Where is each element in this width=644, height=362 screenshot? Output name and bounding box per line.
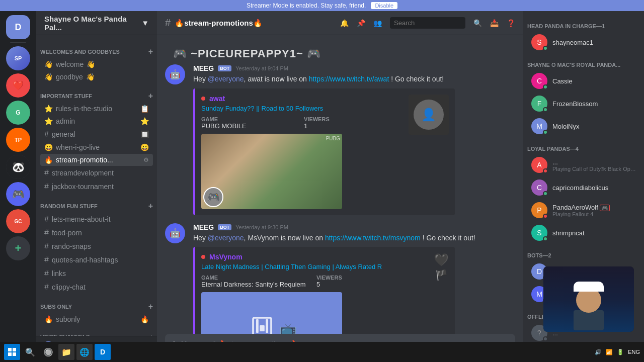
member-moloinyx-status — [543, 130, 548, 135]
disable-streamer-mode-button[interactable]: Disable — [371, 2, 397, 9]
member-cassie[interactable]: C Cassie — [527, 70, 640, 92]
search-input[interactable] — [390, 17, 465, 29]
inbox-icon[interactable]: 📥 — [490, 19, 499, 27]
embed-2-fields: Game Eternal Darkness: Sanity's Requiem … — [201, 275, 428, 288]
server-icon-discord[interactable]: D — [6, 15, 30, 39]
channel-stream-promotions[interactable]: 🔥 stream-promotio... ⚙ — [40, 154, 153, 166]
member-moloinyx[interactable]: M MoloiNyx — [527, 115, 640, 137]
member-shrimpncat[interactable]: S shrimpncat — [527, 222, 640, 244]
member-loyal-1[interactable]: A ... Playing Call of Duty®: Black Ops 4 — [527, 154, 640, 176]
embed-1-thumbnail: 👤 — [409, 95, 449, 135]
embed-1-viewers-field: Viewers 1 — [304, 116, 403, 130]
member-frozenblossom-name: FrozenBlossom — [552, 100, 636, 108]
channel-rules[interactable]: ⭐ rules-in-the-studio 📋 — [40, 103, 153, 115]
channel-streamdev[interactable]: # streamdevelopment — [40, 166, 153, 179]
add-channel-random[interactable]: + — [148, 202, 153, 211]
taskbar-cortana[interactable]: 🔘 — [40, 344, 56, 360]
channel-clippy[interactable]: # clippy-chat — [40, 281, 153, 294]
taskbar-search[interactable]: 🔍 — [22, 344, 38, 360]
server-name: Shayne O Mac's Panda Pal... — [44, 15, 141, 32]
streamer-mode-text: Streamer Mode is enabled. Stay safe, fri… — [247, 2, 366, 9]
add-channel-subs[interactable]: + — [148, 302, 153, 311]
msg2-link[interactable]: https://www.twitch.tv/msvynom — [325, 234, 421, 242]
server-icon-gamer-badge[interactable]: GC — [6, 209, 30, 233]
msg1-link[interactable]: https://www.twitch.tv/awat — [309, 75, 389, 83]
add-channel-welcomes[interactable]: + — [148, 47, 153, 56]
member-capricorn[interactable]: C capricorndiabolicus — [527, 176, 640, 199]
channel-food[interactable]: # food-porn — [40, 226, 153, 239]
channel-stream-promo-settings[interactable]: ⚙ — [143, 156, 149, 163]
member-frozenblossom-status — [543, 107, 548, 112]
members-icon[interactable]: 👥 — [373, 19, 382, 27]
channel-jackbox[interactable]: # jackbox-tournament — [40, 180, 153, 193]
channel-stream-promo-icon: 🔥 — [44, 156, 53, 164]
embed-2-name: MsVynom — [209, 253, 243, 261]
taskbar-discord[interactable]: D — [95, 344, 111, 360]
member-frozenblossom[interactable]: F FrozenBlossom — [527, 93, 640, 115]
msg2-everyone: @everyone — [208, 234, 244, 242]
help-icon[interactable]: ❓ — [507, 19, 515, 27]
msg2-content: MEEG BOT Yesterday at 9:30 PM Hey @every… — [193, 223, 515, 334]
channel-rules-icon: ⭐ — [44, 105, 53, 113]
category-subs[interactable]: SUBS ONLY + — [36, 294, 157, 313]
category-random[interactable]: RANDOM FUN STUFF + — [36, 194, 157, 213]
channel-goodbye[interactable]: 👋 goodbye 👋 — [40, 71, 153, 83]
channel-links[interactable]: # links — [40, 267, 153, 280]
channel-clippy-hash: # — [44, 283, 49, 292]
embed-2-game-label: Game — [201, 275, 312, 281]
server-icon-main[interactable]: SP — [6, 46, 30, 70]
channel-snaps-hash: # — [44, 242, 49, 251]
server-icon-3[interactable]: G — [6, 101, 30, 125]
taskbar-fileexplorer[interactable]: 📁 — [58, 344, 74, 360]
channel-snaps[interactable]: # rando-snaps — [40, 240, 153, 253]
member-capricorn-name: capricorndiabolicus — [552, 184, 636, 192]
server-icon-4[interactable]: TP — [6, 128, 30, 152]
taskbar-ie[interactable]: 🌐 — [76, 344, 93, 360]
channel-general[interactable]: # general 🔲 — [40, 128, 153, 141]
member-panda-aero[interactable]: P PandaAeroWolf 🎮 Playing Fallout 4 — [527, 199, 640, 221]
channel-welcome[interactable]: 👋 welcome 👋 — [40, 58, 153, 70]
embed-1-title[interactable]: Sunday Funday?? || Road to 50 Followers — [201, 105, 403, 112]
channel-welcome-emoji: 👋 — [87, 60, 95, 68]
member-cassie-info: Cassie — [552, 77, 636, 85]
channel-admin[interactable]: ⭐ admin ⭐ — [40, 115, 153, 127]
category-welcomes[interactable]: WELCOMES AND GOODBYES + — [36, 39, 157, 58]
channel-stream-promo-name: stream-promotio... — [56, 156, 113, 164]
add-channel-important[interactable]: + — [148, 92, 153, 101]
member-panda-aero-game: Playing Fallout 4 — [552, 211, 636, 217]
channel-when-live[interactable]: 😀 when-i-go-live 😀 — [40, 141, 153, 153]
embed-2-image: 📺 — [201, 292, 342, 334]
member-panda-aero-avatar: P — [531, 202, 547, 218]
category-subs-label: SUBS ONLY — [40, 304, 72, 310]
channel-welcome-icon: 👋 — [44, 60, 53, 68]
member-moloinyx-name: MoloiNyx — [552, 123, 636, 130]
start-button[interactable] — [4, 344, 20, 360]
server-icon-add[interactable]: + — [6, 236, 30, 260]
bell-icon[interactable]: 🔔 — [340, 19, 349, 27]
channel-streamdev-name: streamdevelopment — [52, 169, 114, 177]
member-shayneomac1[interactable]: S shayneomac1 — [527, 31, 640, 53]
category-important[interactable]: IMPORTANT STUFF + — [36, 83, 157, 103]
pin-icon[interactable]: 📌 — [357, 19, 365, 27]
embed-2-placeholder: 📺 — [201, 292, 342, 334]
server-icon-2[interactable]: ❤️ — [6, 73, 30, 98]
embed-1-header: awat Sunday Funday?? || Road to 50 Follo… — [201, 95, 449, 209]
channel-jackbox-hash: # — [44, 182, 49, 191]
svg-rect-5 — [260, 325, 265, 331]
channel-subonly[interactable]: 🔥 subonly 🔥 — [40, 313, 153, 325]
server-icon-5[interactable]: 🐼 — [6, 155, 30, 179]
msg1-bot-badge: BOT — [218, 65, 231, 71]
streamer-mode-bar: Streamer Mode is enabled. Stay safe, fri… — [0, 0, 644, 11]
channel-quotes[interactable]: # quotes-and-hashtags — [40, 253, 153, 266]
embed-2-title[interactable]: Late Night Madness | Chatting Then Gamin… — [201, 263, 428, 270]
category-voice[interactable]: VOICE CHANNELS + — [36, 326, 157, 336]
main-content: # 🔥stream-promotions🔥 🔔 📌 👥 🔍 📥 ❓ 🎮 ~PIC… — [157, 11, 523, 362]
channel-admin-badge: ⭐ — [140, 117, 149, 125]
search-icon[interactable]: 🔍 — [473, 19, 482, 27]
channel-meme[interactable]: # lets-meme-about-it — [40, 213, 153, 226]
channel-streamdev-hash: # — [44, 168, 49, 177]
embed-2-left: MsVynom Late Night Madness | Chatting Th… — [201, 253, 428, 334]
category-important-label: IMPORTANT STUFF — [40, 93, 92, 99]
server-header[interactable]: Shayne O Mac's Panda Pal... ▼ — [36, 11, 157, 35]
server-icon-6[interactable]: 🎮 — [6, 182, 30, 206]
